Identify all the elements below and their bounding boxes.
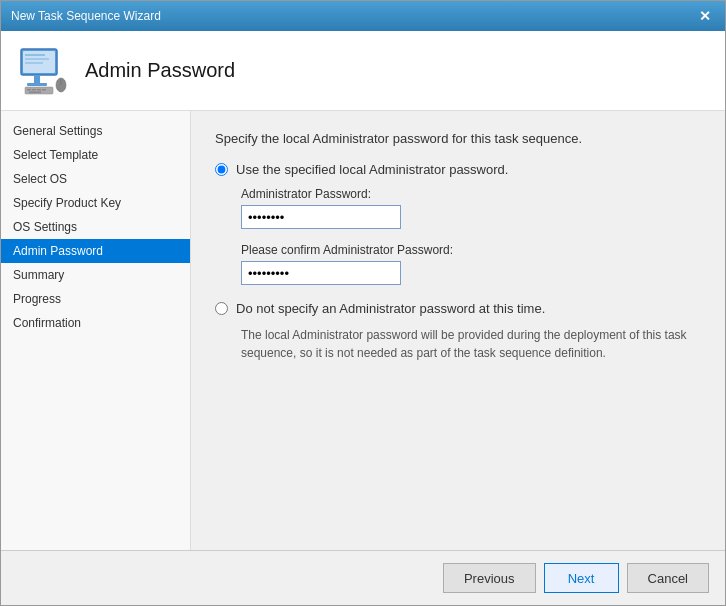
close-button[interactable]: ✕ [695, 6, 715, 26]
svg-rect-6 [27, 83, 47, 86]
svg-rect-12 [37, 89, 41, 91]
svg-rect-14 [29, 91, 41, 93]
svg-rect-13 [42, 89, 46, 91]
confirm-password-group: Please confirm Administrator Password: [241, 243, 701, 285]
sidebar-item-select-os[interactable]: Select OS [1, 167, 190, 191]
radio-option-1: Use the specified local Administrator pa… [215, 162, 701, 177]
radio-option1-label[interactable]: Use the specified local Administrator pa… [236, 162, 508, 177]
radio-no-password[interactable] [215, 302, 228, 315]
radio-option-2: Do not specify an Administrator password… [215, 301, 701, 316]
radio-group-option1: Use the specified local Administrator pa… [215, 162, 701, 285]
sidebar-item-general-settings[interactable]: General Settings [1, 119, 190, 143]
admin-password-group: Administrator Password: [241, 187, 701, 229]
title-bar: New Task Sequence Wizard ✕ [1, 1, 725, 31]
admin-password-label: Administrator Password: [241, 187, 701, 201]
content-area: General Settings Select Template Select … [1, 111, 725, 550]
sidebar-item-specify-product-key[interactable]: Specify Product Key [1, 191, 190, 215]
confirm-password-label: Please confirm Administrator Password: [241, 243, 701, 257]
sidebar-item-os-settings[interactable]: OS Settings [1, 215, 190, 239]
svg-rect-2 [25, 54, 45, 56]
admin-password-input[interactable] [241, 205, 401, 229]
sidebar: General Settings Select Template Select … [1, 111, 191, 550]
window-title: New Task Sequence Wizard [11, 9, 161, 23]
svg-rect-5 [34, 75, 40, 83]
header-icon [17, 45, 69, 97]
svg-rect-10 [27, 89, 31, 91]
sidebar-item-summary[interactable]: Summary [1, 263, 190, 287]
radio-use-password[interactable] [215, 163, 228, 176]
footer: Previous Next Cancel [1, 550, 725, 605]
main-panel: Specify the local Administrator password… [191, 111, 725, 550]
previous-button[interactable]: Previous [443, 563, 536, 593]
svg-rect-3 [25, 58, 49, 60]
next-button[interactable]: Next [544, 563, 619, 593]
sidebar-item-progress[interactable]: Progress [1, 287, 190, 311]
note-text: The local Administrator password will be… [241, 326, 701, 362]
description-text: Specify the local Administrator password… [215, 131, 701, 146]
header: Admin Password [1, 31, 725, 111]
page-title: Admin Password [85, 59, 235, 82]
svg-rect-4 [25, 62, 43, 64]
wizard-window: New Task Sequence Wizard ✕ [0, 0, 726, 606]
confirm-password-input[interactable] [241, 261, 401, 285]
sidebar-item-confirmation[interactable]: Confirmation [1, 311, 190, 335]
sidebar-item-select-template[interactable]: Select Template [1, 143, 190, 167]
sidebar-item-admin-password[interactable]: Admin Password [1, 239, 190, 263]
radio-option2-label[interactable]: Do not specify an Administrator password… [236, 301, 545, 316]
svg-rect-11 [32, 89, 36, 91]
cancel-button[interactable]: Cancel [627, 563, 709, 593]
radio-group-option2: Do not specify an Administrator password… [215, 301, 701, 362]
